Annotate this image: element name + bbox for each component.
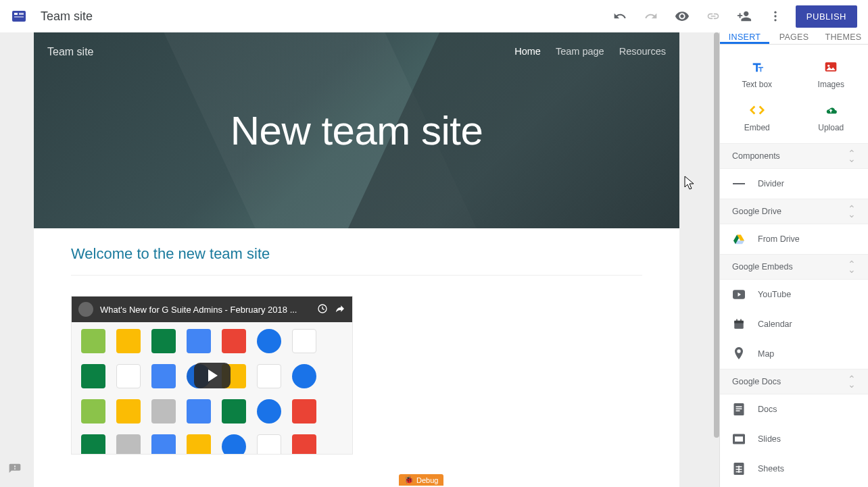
canvas-wrap: Team site Home Team page Resources New t… (0, 32, 719, 487)
insert-label: Text box (742, 80, 772, 89)
svg-rect-15 (740, 319, 742, 322)
youtube-icon (732, 288, 746, 301)
embed-map[interactable]: Map (720, 339, 868, 369)
preview-icon[interactable] (674, 8, 690, 24)
insert-images[interactable]: Images (794, 53, 869, 96)
tab-insert[interactable]: INSERT (720, 32, 769, 44)
svg-point-9 (827, 65, 829, 67)
panel-tabs: INSERT PAGES THEMES (720, 32, 868, 45)
insert-text-box[interactable]: Text box (720, 53, 794, 96)
svg-rect-10 (733, 183, 745, 184)
content-section: Welcome to the new team site What's New … (34, 228, 679, 471)
map-icon (732, 347, 746, 361)
svg-rect-19 (736, 411, 740, 412)
component-divider[interactable]: Divider (720, 169, 868, 199)
main-area: Team site Home Team page Resources New t… (0, 32, 868, 487)
hero-title[interactable]: New team site (231, 107, 483, 154)
image-icon (823, 59, 838, 74)
docs-icon (732, 403, 746, 416)
svg-rect-1 (14, 13, 18, 15)
svg-point-6 (774, 19, 776, 21)
svg-rect-13 (734, 321, 744, 324)
insert-label: Upload (818, 123, 844, 132)
hero-nav: Home Team page Resources (514, 46, 666, 58)
site-title[interactable]: Team site (41, 9, 612, 24)
more-icon[interactable] (767, 8, 783, 24)
nav-team-page[interactable]: Team page (556, 46, 604, 58)
embed-calendar[interactable]: Calendar (720, 309, 868, 339)
svg-point-5 (774, 15, 776, 17)
section-embeds[interactable]: Google Embeds ⌃⌄ (720, 254, 868, 280)
insert-embed[interactable]: Embed (720, 96, 794, 139)
content-heading[interactable]: Welcome to the new team site (71, 245, 642, 276)
insert-grid: Text box Images Embed Upload (720, 45, 868, 143)
embed-icon (750, 103, 765, 118)
publish-button[interactable]: PUBLISH (796, 5, 857, 28)
calendar-icon (732, 317, 746, 331)
svg-rect-17 (736, 407, 742, 408)
toolbar (612, 8, 783, 24)
tab-themes[interactable]: THEMES (819, 32, 868, 44)
collapse-icon: ⌃⌄ (848, 151, 856, 161)
collapse-icon: ⌃⌄ (848, 206, 856, 217)
insert-label: Embed (744, 123, 770, 132)
drive-icon (732, 232, 746, 246)
docs-forms[interactable]: Forms (720, 484, 868, 487)
share-icon[interactable] (736, 8, 752, 24)
sites-logo (11, 8, 27, 24)
app-top-bar: Team site PUBLISH (0, 0, 868, 32)
feedback-icon[interactable] (8, 463, 23, 478)
hero-site-name[interactable]: Team site (47, 46, 93, 58)
section-docs[interactable]: Google Docs ⌃⌄ (720, 369, 868, 394)
canvas-scrollbar[interactable] (714, 32, 719, 487)
embed-youtube[interactable]: YouTube (720, 280, 868, 309)
sheets-icon (732, 462, 746, 476)
svg-rect-2 (19, 13, 24, 15)
divider-icon (732, 177, 746, 190)
svg-rect-3 (14, 16, 24, 18)
upload-icon (823, 103, 838, 118)
docs-sheets[interactable]: Sheets (720, 454, 868, 484)
insert-label: Images (818, 80, 844, 89)
svg-rect-14 (736, 319, 738, 322)
section-components[interactable]: Components ⌃⌄ (720, 143, 868, 169)
docs-slides[interactable]: Slides (720, 424, 868, 454)
undo-icon[interactable] (612, 8, 628, 24)
hero-section[interactable]: Team site Home Team page Resources New t… (34, 32, 679, 228)
play-button-icon[interactable] (194, 363, 231, 388)
tab-pages[interactable]: PAGES (769, 32, 819, 44)
link-icon[interactable] (705, 8, 721, 24)
svg-rect-18 (736, 409, 742, 410)
nav-home[interactable]: Home (514, 46, 541, 58)
docs-docs[interactable]: Docs (720, 394, 868, 424)
video-embed[interactable]: What's New for G Suite Admins - February… (71, 296, 353, 455)
site-canvas[interactable]: Team site Home Team page Resources New t… (34, 32, 679, 487)
svg-point-4 (774, 11, 776, 14)
bug-icon: 🐞 (404, 476, 414, 484)
section-drive[interactable]: Google Drive ⌃⌄ (720, 199, 868, 224)
text-icon (750, 59, 765, 74)
right-panel: INSERT PAGES THEMES Text box Images Embe… (719, 32, 868, 487)
collapse-icon: ⌃⌄ (848, 261, 856, 272)
svg-rect-21 (735, 436, 743, 442)
redo-icon (643, 8, 659, 24)
drive-from-drive[interactable]: From Drive (720, 224, 868, 254)
debug-badge[interactable]: 🐞 Debug (399, 474, 443, 486)
slides-icon (732, 432, 746, 446)
collapse-icon: ⌃⌄ (848, 376, 856, 387)
insert-upload[interactable]: Upload (794, 96, 869, 139)
nav-resources[interactable]: Resources (619, 46, 666, 58)
